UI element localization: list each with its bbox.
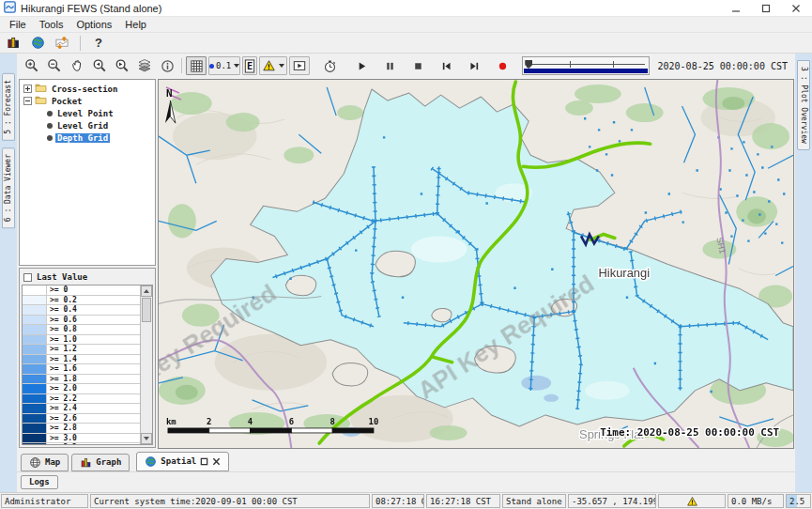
legend-row[interactable]: >= 1.6 xyxy=(23,364,140,375)
record-button[interactable] xyxy=(492,56,513,75)
step-back-button[interactable] xyxy=(436,56,456,75)
timer-icon[interactable] xyxy=(319,56,340,75)
legend-row[interactable]: >= 3.2 xyxy=(23,443,140,444)
legend-row[interactable]: >= 0.6 xyxy=(23,316,140,326)
status-download-speed: 0.0 MB/s xyxy=(728,494,784,508)
tree-item-depth-grid[interactable]: Depth Grid xyxy=(55,133,110,143)
legend-row[interactable]: >= 2.4 xyxy=(23,404,140,414)
legend-row-label: >= 1.4 xyxy=(47,355,77,364)
warning-icon xyxy=(686,496,698,507)
legend-row[interactable]: >= 3.0 xyxy=(23,434,140,444)
logs-button[interactable]: Logs xyxy=(21,475,58,489)
info-icon[interactable] xyxy=(157,56,177,75)
stop-button[interactable] xyxy=(407,56,428,75)
expand-icon[interactable] xyxy=(23,85,32,93)
play-button[interactable] xyxy=(351,56,372,75)
legend-row[interactable]: >= 1.4 xyxy=(23,355,140,365)
zoom-previous-icon[interactable] xyxy=(89,56,110,75)
legend-row[interactable]: >= 2.8 xyxy=(23,424,140,434)
layers-icon[interactable] xyxy=(134,56,155,75)
timeline-slider[interactable] xyxy=(522,56,649,75)
zoom-in-icon[interactable] xyxy=(22,56,42,75)
legend-color-swatch xyxy=(23,364,47,374)
collapse-icon[interactable] xyxy=(23,97,32,105)
app-logo-icon xyxy=(4,1,16,15)
logs-row: Logs xyxy=(17,471,795,492)
legend-row-label: >= 0 xyxy=(47,285,68,295)
last-value-checkbox[interactable] xyxy=(23,273,32,282)
tab-map[interactable]: Map xyxy=(21,454,69,471)
tab-spatial[interactable]: Spatial xyxy=(136,452,229,471)
warning-icon xyxy=(262,59,276,72)
menu-help[interactable]: Help xyxy=(118,18,153,32)
legend-panel: Last Value >= 0 xyxy=(19,268,156,448)
scrollbar-thumb[interactable] xyxy=(142,298,151,322)
tab-data-viewer[interactable]: 6 : Data Viewer xyxy=(2,147,15,228)
legend-row[interactable]: >= 1.8 xyxy=(23,375,140,385)
warning-dropdown[interactable] xyxy=(259,56,287,75)
scroll-up-icon[interactable] xyxy=(141,285,152,297)
workspace: 5 : Forecast 6 : Data Viewer 0.1 E xyxy=(0,54,812,492)
menu-tools[interactable]: Tools xyxy=(33,18,70,32)
legend-row-label: >= 1.8 xyxy=(47,375,77,384)
scroll-down-icon[interactable] xyxy=(141,433,152,444)
help-icon[interactable]: ? xyxy=(90,35,107,52)
legend-row[interactable]: >= 0.4 xyxy=(23,305,140,316)
zoom-out-icon[interactable] xyxy=(44,56,65,75)
chevron-down-icon xyxy=(279,64,284,68)
status-memory[interactable]: 2.5 GB xyxy=(786,494,811,508)
animation-panel-button[interactable] xyxy=(289,56,310,75)
minimize-button[interactable] xyxy=(731,4,741,13)
map-view[interactable]: API Key Required API Key Required N km 2… xyxy=(158,79,794,449)
legend-row[interactable]: >= 1.2 xyxy=(23,345,140,355)
tree-row[interactable]: Cross-section xyxy=(20,83,155,95)
tree-row[interactable]: Pocket xyxy=(20,95,155,107)
tree-row[interactable]: Level Grid xyxy=(20,119,155,131)
maximize-panel-icon[interactable] xyxy=(200,457,208,466)
threshold-dropdown[interactable]: 0.1 xyxy=(208,56,240,75)
legend-row[interactable]: >= 0.2 xyxy=(23,296,140,306)
vertical-ruler-button[interactable]: E xyxy=(242,56,257,75)
vertical-profile-icon[interactable] xyxy=(54,35,70,52)
tree-row[interactable]: Depth Grid xyxy=(20,131,155,144)
legend-row[interactable]: >= 0.8 xyxy=(23,325,140,335)
legend-row[interactable]: >= 2.6 xyxy=(23,414,140,424)
menu-options[interactable]: Options xyxy=(69,18,118,32)
tree-item-cross-section[interactable]: Cross-section xyxy=(50,85,119,94)
left-panel: Cross-section Pocket Level Point Level G… xyxy=(17,78,158,449)
tab-plot-overview[interactable]: 3 : Plot Overview xyxy=(797,60,810,150)
tab-graph[interactable]: Graph xyxy=(71,454,130,471)
tree-row[interactable]: Level Point xyxy=(20,107,155,119)
legend-row-label: >= 2.0 xyxy=(47,384,77,393)
legend-list: >= 0 >= 0.2 >= 0.4 xyxy=(23,285,140,444)
timeline-track xyxy=(527,64,644,65)
menu-file[interactable]: File xyxy=(3,18,33,32)
legend-row[interactable]: >= 0 xyxy=(23,285,140,296)
tree-item-pocket[interactable]: Pocket xyxy=(50,97,84,106)
close-panel-icon[interactable] xyxy=(212,457,221,466)
legend-row-label: >= 0.6 xyxy=(47,316,77,325)
legend-color-swatch xyxy=(23,414,47,424)
tree-item-level-point[interactable]: Level Point xyxy=(55,109,115,118)
status-warning-cell[interactable] xyxy=(658,494,726,508)
legend-row[interactable]: >= 2.0 xyxy=(23,384,140,394)
close-button[interactable] xyxy=(791,4,801,13)
legend-color-swatch xyxy=(23,424,47,433)
pan-hand-icon[interactable] xyxy=(67,56,87,75)
legend-row[interactable]: >= 1.0 xyxy=(23,335,140,346)
step-forward-button[interactable] xyxy=(464,56,484,75)
map-globe-icon[interactable] xyxy=(29,35,46,52)
legend-scrollbar[interactable] xyxy=(140,285,152,444)
pause-button[interactable] xyxy=(379,56,400,75)
tree-item-level-grid[interactable]: Level Grid xyxy=(55,121,110,131)
tab-forecast[interactable]: 5 : Forecast xyxy=(2,73,15,141)
database-import-icon[interactable] xyxy=(5,35,22,52)
last-value-label: Last Value xyxy=(37,272,87,282)
legend-row[interactable]: >= 2.2 xyxy=(23,394,140,405)
right-tab-strip: 3 : Plot Overview xyxy=(795,54,812,492)
maximize-button[interactable] xyxy=(761,4,771,13)
legend-color-swatch xyxy=(23,335,47,345)
grid-display-button[interactable] xyxy=(186,56,207,75)
zoom-next-icon[interactable] xyxy=(112,56,132,75)
legend-row-label: >= 2.6 xyxy=(47,414,77,424)
